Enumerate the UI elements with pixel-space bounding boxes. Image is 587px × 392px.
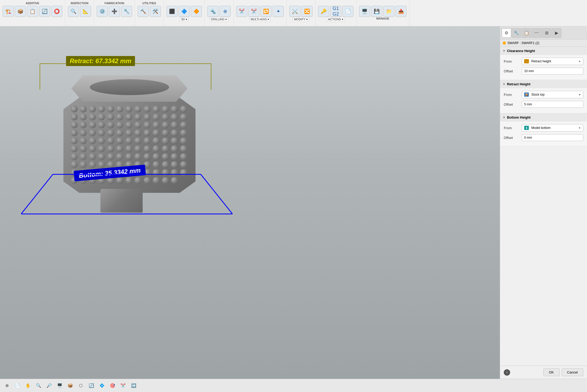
inspection-icon-2[interactable]: 📐 (80, 6, 91, 17)
dot (98, 137, 105, 144)
drilling-icon-2[interactable]: ⊕ (220, 6, 231, 17)
toolbar-group-3d: ⬛ 🔷 🔶 3D ▾ (164, 0, 205, 26)
panel-tab-geometry[interactable]: ⊞ (542, 28, 551, 38)
additive-icon-3[interactable]: 📋 (27, 6, 38, 17)
actions-icon-2[interactable]: G1G2 (330, 6, 341, 17)
viewport[interactable]: Retract: 67.3342 mm (0, 26, 500, 379)
modify-label-spacer (300, 2, 301, 5)
additive-icon-1[interactable]: 🏗️ (3, 6, 14, 17)
dot (71, 114, 78, 120)
util-icon-1[interactable]: 🔨 (138, 6, 149, 17)
3d-icon-1[interactable]: ⬛ (166, 6, 178, 17)
actions-icon-1[interactable]: 🔑 (318, 6, 329, 17)
swarf-label: SWARF : SWARF1 (2) (507, 41, 539, 45)
dot (134, 145, 141, 152)
panel-tab-options[interactable]: 📋 (522, 28, 531, 38)
modify-dropdown[interactable]: MODIFY ▾ (293, 17, 309, 22)
clearance-from-select[interactable]: ↕ Retract height ▼ (522, 58, 583, 65)
ok-button[interactable]: OK (543, 368, 560, 376)
3d-dropdown[interactable]: 3D ▾ (180, 17, 188, 22)
bottom-icon-view[interactable]: 🖥️ (55, 381, 64, 390)
bottom-triangle-icon: ▼ (503, 116, 505, 119)
multiaxis-icon-2[interactable]: ✂️ (248, 6, 259, 17)
dot (125, 137, 132, 144)
clearance-height-header[interactable]: ▼ Clearance Height (500, 47, 587, 55)
cancel-button[interactable]: Cancel (562, 368, 583, 376)
bottom-height-header[interactable]: ▼ Bottom Height (500, 113, 587, 122)
object-top-circle (90, 79, 169, 95)
dot (116, 106, 123, 113)
retract-offset-input[interactable] (522, 101, 583, 108)
bottom-icon-doc[interactable]: 📄 (13, 381, 22, 390)
multiaxis-dropdown[interactable]: MULTI-AXIS ▾ (249, 17, 271, 22)
retract-from-select[interactable]: 📦 Stock top ▼ (522, 91, 583, 98)
panel-tab-properties[interactable]: ⚙ (502, 28, 511, 38)
dot (98, 153, 105, 160)
bottom-icon-target[interactable]: 🎯 (108, 381, 117, 390)
dot (107, 114, 114, 120)
bottom-icon-pan[interactable]: ✋ (24, 381, 32, 390)
additive-icon-5[interactable]: ⭕ (51, 6, 62, 17)
dot (153, 122, 160, 128)
bottom-icon-fit[interactable]: 🔎 (45, 381, 53, 390)
manage-icon-2[interactable]: 💾 (371, 6, 382, 17)
dot (153, 106, 160, 113)
actions-dropdown[interactable]: ACTIONS ▾ (327, 17, 345, 22)
panel-tab-tool[interactable]: 🔧 (512, 28, 521, 38)
manage-icon-3[interactable]: 📁 (383, 6, 394, 17)
retract-height-header[interactable]: ▼ Retract Height (500, 80, 587, 88)
util-icon-2[interactable]: 🛠️ (150, 6, 161, 17)
3d-label-spacer (184, 2, 184, 5)
bottom-height-title: Bottom Height (507, 115, 531, 119)
bottom-icon-box[interactable]: 📦 (66, 381, 74, 390)
modify-icon-2[interactable]: 🔀 (301, 6, 313, 17)
bottom-icon-rotate[interactable]: 🔄 (87, 381, 96, 390)
actions-icon-3[interactable]: 📄 (342, 6, 353, 17)
dot (171, 106, 178, 113)
modify-icon-1[interactable]: ⚔️ (289, 6, 300, 17)
dot (125, 106, 132, 113)
bottom-icon-orbit[interactable]: ⊕ (3, 381, 11, 390)
dot (116, 153, 123, 160)
bottom-offset-label: Offset (504, 136, 520, 140)
clearance-offset-row: Offset (504, 68, 583, 74)
manage-icon-1[interactable]: 🖥️ (359, 6, 370, 17)
bottom-icon-zoom[interactable]: 🔍 (34, 381, 43, 390)
fab-icon-1[interactable]: ⚙️ (97, 6, 108, 17)
fab-icon-2[interactable]: ➕ (109, 6, 120, 17)
bottom-from-select[interactable]: ⬇ Model bottom ▼ (522, 124, 583, 132)
toolbar-group-fabrication: FABRICATION ⚙️ ➕ 🔧 (94, 0, 135, 26)
dot (116, 129, 123, 136)
drilling-dropdown[interactable]: DRILLING ▾ (210, 17, 228, 22)
dot (80, 137, 87, 144)
3d-icon-3[interactable]: 🔶 (191, 6, 202, 17)
3d-icon-2[interactable]: 🔷 (179, 6, 190, 17)
multiaxis-icon-4[interactable]: ✦ (273, 6, 284, 17)
modify-icons: ⚔️ 🔀 (289, 6, 313, 17)
additive-icon-2[interactable]: 📦 (15, 6, 26, 17)
retract-line-left-tick (40, 63, 40, 90)
dot (80, 153, 87, 160)
bottom-icon-diamond[interactable]: 💠 (98, 381, 106, 390)
bottom-offset-input[interactable] (522, 134, 583, 141)
clearance-offset-input[interactable] (522, 68, 583, 74)
bottom-icon-next[interactable]: ➡️ (129, 381, 138, 390)
multiaxis-icon-3[interactable]: 🔁 (260, 6, 272, 17)
dot (144, 153, 151, 160)
additive-icon-4[interactable]: 🔄 (39, 6, 50, 17)
dot (80, 114, 87, 120)
multiaxis-icon-1[interactable]: ✂️ (236, 6, 247, 17)
bottom-icon-cut[interactable]: ✂️ (119, 381, 127, 390)
fabrication-icons: ⚙️ ➕ 🔧 (97, 6, 132, 17)
bottom-icon-mesh[interactable]: ⬡ (77, 381, 85, 390)
dot (144, 129, 151, 136)
inspection-icon-1[interactable]: 🔍 (68, 6, 79, 17)
info-button[interactable]: i (504, 369, 510, 376)
fab-icon-3[interactable]: 🔧 (121, 6, 132, 17)
panel-tab-toolpath[interactable]: 〰 (532, 28, 541, 38)
manage-icon-4[interactable]: 📤 (395, 6, 407, 17)
drilling-icon-1[interactable]: 🔩 (207, 6, 218, 17)
panel-tab-simulation[interactable]: ▶ (552, 28, 561, 38)
dot (80, 145, 87, 152)
dot (89, 137, 96, 144)
